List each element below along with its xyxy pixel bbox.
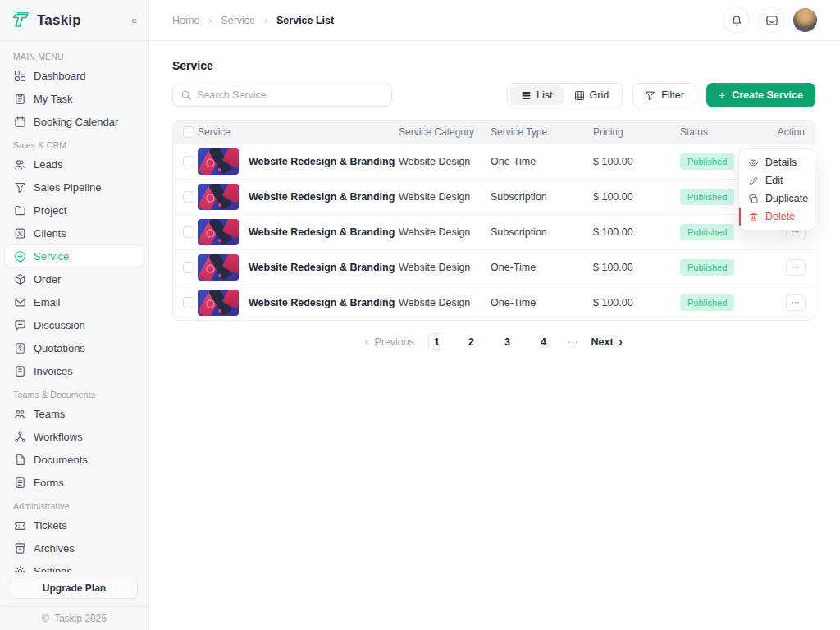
pagination-previous[interactable]: ‹ Previous — [365, 336, 414, 348]
sidebar-item-label: Documents — [34, 454, 88, 466]
create-service-button[interactable]: + Create Service — [706, 83, 815, 107]
upgrade-plan-button[interactable]: Upgrade Plan — [11, 578, 138, 599]
sidebar-collapse-button[interactable]: « — [131, 14, 137, 26]
row-checkbox[interactable] — [183, 156, 194, 167]
controls-row: List Grid Filter + Create Service — [172, 83, 815, 107]
sidebar-item-email[interactable]: Email — [4, 290, 144, 313]
sidebar-item-invoices[interactable]: Invoices — [4, 359, 144, 382]
status-badge: Published — [680, 189, 734, 205]
column-header-type[interactable]: Service Type — [491, 126, 593, 138]
inbox-button[interactable] — [758, 7, 785, 34]
sidebar-item-archives[interactable]: Archives — [4, 536, 144, 559]
filter-button[interactable]: Filter — [632, 83, 696, 107]
sidebar-item-tickets[interactable]: Tickets — [4, 514, 144, 536]
sidebar-item-my-task[interactable]: My Task — [4, 87, 144, 110]
sidebar-item-workflows[interactable]: Workflows — [4, 425, 144, 448]
sidebar-item-leads[interactable]: Leads — [4, 153, 144, 176]
sidebar-item-label: Booking Calendar — [34, 116, 118, 128]
action-cell: ⋯ — [762, 259, 815, 276]
chevron-left-icon: ‹ — [365, 336, 368, 348]
controls-right: List Grid Filter + Create Service — [507, 83, 815, 107]
user-avatar[interactable] — [793, 8, 817, 32]
action-cell: ⋯ — [762, 294, 815, 311]
breadcrumb-service[interactable]: Service — [221, 15, 255, 26]
service-thumbnail — [198, 148, 239, 175]
sidebar-item-label: Order — [34, 273, 61, 285]
sidebar-item-forms[interactable]: Forms — [4, 471, 144, 494]
column-header-status[interactable]: Status — [680, 126, 762, 138]
sidebar-footer: © Taskip 2025 — [0, 606, 148, 630]
copyright-icon: © — [42, 613, 49, 624]
service-name: Website Redesign & Branding — [249, 297, 399, 308]
search-input[interactable] — [197, 89, 384, 101]
service-pricing: $ 100.00 — [593, 191, 680, 203]
sidebar-item-clients[interactable]: Clients — [4, 221, 144, 244]
breadcrumb-home[interactable]: Home — [172, 15, 199, 26]
sidebar-nav: MAIN MENU Dashboard My Task Booking Cale… — [0, 41, 148, 572]
row-actions-menu: Details Edit Duplicate Delete — [738, 148, 815, 231]
sidebar-item-quotations[interactable]: Quotations — [4, 336, 144, 359]
pagination-page-3[interactable]: 3 — [499, 333, 516, 350]
row-actions-button[interactable]: ⋯ — [786, 259, 806, 276]
row-checkbox[interactable] — [183, 297, 194, 308]
table-row: Website Redesign & Branding Website Desi… — [173, 214, 815, 249]
sidebar-item-service[interactable]: Service — [4, 244, 144, 267]
service-category: Website Design — [399, 191, 491, 203]
gear-icon — [14, 565, 26, 573]
sidebar-item-label: Quotations — [34, 342, 85, 354]
sidebar: Taskip « MAIN MENU Dashboard My Task Boo… — [0, 0, 149, 630]
pagination-page-1[interactable]: 1 — [428, 333, 445, 350]
menu-item-edit[interactable]: Edit — [739, 171, 815, 189]
menu-item-duplicate[interactable]: Duplicate — [739, 189, 815, 208]
menu-item-details[interactable]: Details — [739, 153, 815, 171]
column-header-category[interactable]: Service Category — [399, 126, 491, 138]
sidebar-item-sales-pipeline[interactable]: Sales Pipeline — [4, 176, 144, 199]
sidebar-item-label: Settings — [34, 565, 72, 573]
sidebar-item-dashboard[interactable]: Dashboard — [4, 64, 144, 87]
eye-icon — [748, 158, 759, 168]
archive-icon — [14, 542, 26, 555]
service-category: Website Design — [399, 297, 491, 308]
sidebar-item-teams[interactable]: Teams — [4, 402, 144, 425]
column-header-pricing[interactable]: Pricing — [593, 126, 680, 138]
sidebar-item-label: Dashboard — [34, 70, 86, 82]
column-header-service[interactable]: Service — [198, 126, 399, 138]
service-icon — [14, 250, 26, 262]
sidebar-item-documents[interactable]: Documents — [4, 448, 144, 471]
service-type: One-Time — [491, 297, 593, 308]
pagination-next[interactable]: Next › — [591, 336, 623, 348]
sidebar-item-order[interactable]: Order — [4, 267, 144, 290]
row-checkbox[interactable] — [183, 262, 194, 273]
inbox-icon — [765, 14, 778, 27]
table-row: Website Redesign & Branding Website Desi… — [173, 144, 815, 179]
service-type: Subscription — [491, 191, 593, 203]
sidebar-item-label: Tickets — [34, 519, 67, 532]
sidebar-item-settings[interactable]: Settings — [4, 559, 144, 572]
sidebar-item-label: My Task — [34, 93, 72, 105]
row-actions-button[interactable]: ⋯ — [786, 294, 806, 311]
list-view-icon — [521, 90, 532, 101]
row-checkbox[interactable] — [183, 226, 194, 238]
dashboard-icon — [14, 70, 26, 82]
select-all-checkbox[interactable] — [183, 126, 194, 138]
clients-icon — [14, 227, 26, 240]
sidebar-item-booking-calendar[interactable]: Booking Calendar — [4, 110, 144, 133]
status-badge: Published — [680, 224, 734, 240]
table-row: Website Redesign & Branding Website Desi… — [173, 179, 815, 214]
leads-icon — [14, 158, 26, 171]
trash-icon — [748, 212, 759, 222]
sidebar-item-label: Archives — [34, 542, 75, 555]
notifications-button[interactable] — [723, 7, 750, 34]
pagination-ellipsis[interactable]: ⋯ — [568, 336, 579, 348]
menu-item-delete[interactable]: Delete — [739, 208, 815, 226]
pagination-page-4[interactable]: 4 — [535, 333, 552, 350]
view-grid-button[interactable]: Grid — [564, 85, 620, 105]
pagination-page-2[interactable]: 2 — [463, 333, 480, 350]
sidebar-item-project[interactable]: Project — [4, 199, 144, 221]
row-checkbox[interactable] — [183, 191, 194, 203]
invoice-icon — [14, 365, 26, 377]
envelope-icon — [14, 296, 26, 308]
view-list-button[interactable]: List — [510, 85, 563, 105]
status-cell: Published — [680, 259, 762, 276]
sidebar-item-discussion[interactable]: Discussion — [4, 313, 144, 336]
